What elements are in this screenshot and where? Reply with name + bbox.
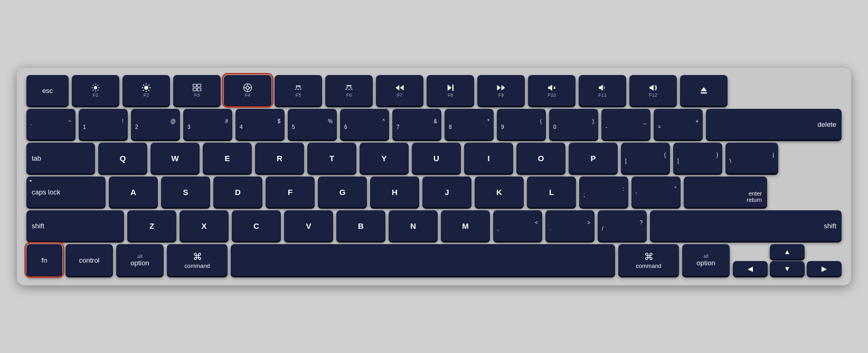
key-fn[interactable]: fn — [26, 244, 62, 276]
key-w[interactable]: W — [150, 143, 200, 173]
key-semicolon-bottom: ; — [583, 192, 585, 198]
key-delete-label: delete — [818, 120, 836, 128]
key-d[interactable]: D — [213, 176, 262, 207]
key-f[interactable]: F — [266, 176, 315, 207]
key-e[interactable]: E — [203, 143, 252, 173]
key-8[interactable]: * 8 — [445, 109, 494, 140]
key-1[interactable]: ! 1 — [79, 109, 128, 140]
key-equals[interactable]: + = — [654, 109, 703, 140]
key-fn-label: fn — [42, 256, 48, 264]
key-f7[interactable]: F7 — [376, 75, 423, 106]
key-backslash[interactable]: | \ — [725, 143, 778, 173]
key-x-label: X — [201, 221, 206, 230]
key-spacebar[interactable] — [231, 244, 615, 276]
key-period[interactable]: > . — [545, 210, 595, 241]
key-arrow-right[interactable]: ▶ — [807, 261, 842, 276]
key-quote-top: " — [674, 186, 676, 192]
key-comma[interactable]: < , — [493, 210, 542, 241]
key-j[interactable]: J — [422, 176, 471, 207]
key-shift-left[interactable]: shift — [26, 210, 124, 241]
key-arrow-left[interactable]: ◀ — [733, 261, 768, 276]
key-semicolon[interactable]: : ; — [579, 176, 628, 207]
key-z[interactable]: Z — [127, 210, 176, 241]
key-rbracket-top: } — [716, 152, 718, 158]
key-f3[interactable]: F3 — [173, 75, 221, 106]
svg-marker-56 — [701, 87, 707, 91]
key-lbracket[interactable]: { [ — [621, 143, 670, 173]
key-rbracket[interactable]: } ] — [673, 143, 722, 173]
key-f11[interactable]: F11 — [579, 75, 626, 106]
key-j-label: J — [445, 188, 449, 197]
key-k-label: K — [496, 188, 502, 197]
key-command-right[interactable]: ⌘ command — [618, 244, 679, 276]
key-option-right[interactable]: alt option — [682, 244, 730, 276]
key-9[interactable]: ( 9 — [497, 109, 546, 140]
key-f2[interactable]: F2 — [122, 75, 170, 106]
key-capslock[interactable]: caps lock — [26, 176, 106, 207]
mission-control-icon — [192, 83, 202, 92]
key-d-label: D — [235, 188, 241, 197]
key-7[interactable]: & 7 — [392, 109, 441, 140]
key-comma-bottom: , — [497, 226, 499, 231]
key-9-bottom: 9 — [501, 124, 504, 130]
key-p-label: P — [590, 154, 596, 163]
key-t[interactable]: T — [307, 143, 356, 173]
key-x[interactable]: X — [180, 210, 229, 241]
key-f10-label: F10 — [548, 92, 556, 98]
key-i[interactable]: I — [464, 143, 513, 173]
key-3[interactable]: # 3 — [183, 109, 232, 140]
key-shift-right[interactable]: shift — [650, 210, 842, 241]
key-p[interactable]: P — [569, 143, 618, 173]
key-eject[interactable] — [680, 75, 728, 106]
key-o[interactable]: O — [516, 143, 565, 173]
key-r[interactable]: R — [255, 143, 304, 173]
key-c[interactable]: C — [232, 210, 281, 241]
key-f9[interactable]: F9 — [477, 75, 525, 106]
key-7-bottom: 7 — [397, 124, 400, 130]
key-g[interactable]: G — [318, 176, 367, 207]
key-minus[interactable]: _ - — [601, 109, 650, 140]
key-a[interactable]: A — [109, 176, 158, 207]
key-f4[interactable]: F4 — [224, 75, 271, 106]
key-control[interactable]: control — [65, 244, 113, 276]
key-6[interactable]: ^ 6 — [340, 109, 389, 140]
key-esc[interactable]: esc — [26, 75, 69, 106]
key-n[interactable]: N — [389, 210, 438, 241]
key-delete[interactable]: delete — [706, 109, 842, 140]
key-y[interactable]: Y — [360, 143, 409, 173]
key-m[interactable]: M — [441, 210, 490, 241]
key-u[interactable]: U — [412, 143, 461, 173]
key-s[interactable]: S — [161, 176, 210, 207]
key-7-top: & — [433, 118, 437, 124]
key-tilde[interactable]: ~ ` — [26, 109, 76, 140]
key-b[interactable]: B — [336, 210, 385, 241]
key-minus-bottom: - — [606, 124, 607, 130]
key-option-left[interactable]: alt option — [116, 244, 164, 276]
key-c-label: C — [253, 221, 259, 230]
key-k[interactable]: K — [475, 176, 524, 207]
key-f5[interactable]: F5 — [275, 75, 322, 106]
key-tab[interactable]: tab — [26, 143, 95, 173]
key-quote[interactable]: " ' — [631, 176, 681, 207]
key-esc-label: esc — [42, 87, 53, 95]
key-f8[interactable]: F8 — [427, 75, 474, 106]
key-f1[interactable]: F1 — [72, 75, 119, 106]
key-command-left[interactable]: ⌘ command — [167, 244, 228, 276]
arrow-left-spacer — [733, 244, 768, 259]
key-f12[interactable]: F12 — [629, 75, 677, 106]
key-l[interactable]: L — [527, 176, 576, 207]
key-h[interactable]: H — [370, 176, 419, 207]
key-enter[interactable]: enter return — [684, 176, 767, 207]
key-0[interactable]: ) 0 — [549, 109, 598, 140]
key-v[interactable]: V — [284, 210, 333, 241]
key-4[interactable]: $ 4 — [235, 109, 285, 140]
key-f6[interactable]: F6 — [325, 75, 373, 106]
key-q[interactable]: Q — [98, 143, 147, 173]
key-arrow-up[interactable]: ▲ — [770, 244, 805, 259]
key-f10[interactable]: F10 — [528, 75, 575, 106]
key-2[interactable]: @ 2 — [131, 109, 180, 140]
key-slash[interactable]: ? / — [598, 210, 647, 241]
key-5[interactable]: % 5 — [288, 109, 337, 140]
keyboard-brightness-high-icon — [344, 83, 354, 92]
key-arrow-down[interactable]: ▼ — [770, 261, 805, 276]
